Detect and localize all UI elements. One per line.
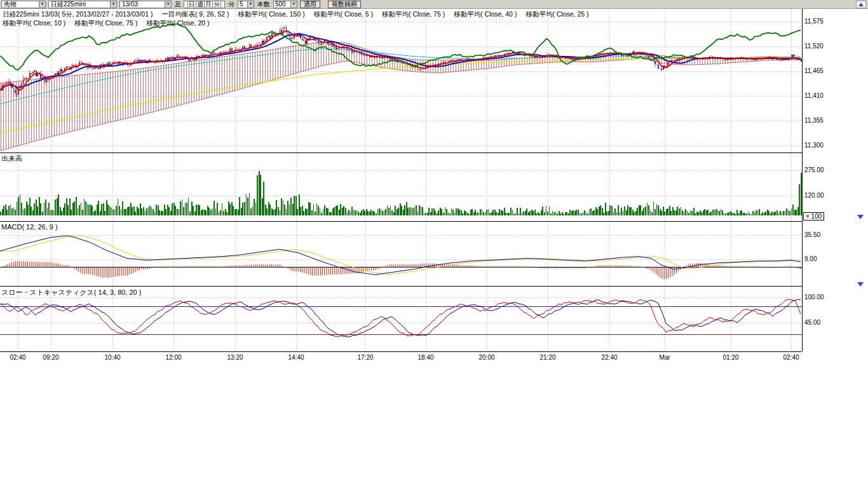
minute-input[interactable]: 5 ▼ bbox=[238, 1, 254, 8]
time-axis-label: 21:20 bbox=[534, 354, 562, 361]
macd-panel-label: MACD( 12, 26, 9 ) bbox=[1, 223, 58, 231]
apply-button[interactable]: 適用 bbox=[300, 1, 320, 8]
time-axis-label: 17:20 bbox=[351, 354, 379, 361]
legend-item: 移動平均( Close, 150 ) bbox=[238, 10, 305, 19]
time-axis-label: 12:00 bbox=[159, 354, 187, 361]
legend-item: 移動平均( Close, 25 ) bbox=[526, 10, 588, 19]
time-axis-label: 02:40 bbox=[4, 354, 32, 361]
price-axis-label: 11,520 bbox=[804, 43, 824, 50]
chevron-down-icon[interactable]: ▼ bbox=[110, 1, 116, 8]
time-axis-label: 09:20 bbox=[37, 354, 65, 361]
minute-value: 5 bbox=[240, 1, 243, 8]
period-button-group: 日週月分 bbox=[184, 1, 225, 8]
instrument-type-value: 先物 bbox=[4, 1, 17, 8]
volume-panel-label: 出来高 bbox=[1, 154, 22, 163]
legend-row-1: 日経225mini 13/03( 5分, 2013/02/27 - 2013/0… bbox=[3, 10, 589, 19]
legend-item: 移動平均( Close, 40 ) bbox=[454, 10, 517, 19]
time-axis-label: Mar bbox=[651, 354, 679, 361]
time-axis-label: 10:40 bbox=[98, 354, 126, 361]
time-axis-label: 01:20 bbox=[717, 354, 745, 361]
chevron-down-icon[interactable]: ▼ bbox=[165, 1, 171, 8]
last-price-marker-icon bbox=[790, 55, 796, 58]
legend-item: 日経225mini 13/03( 5分, 2013/02/27 - 2013/0… bbox=[3, 10, 153, 19]
stoch-axis-label: 100.00 bbox=[804, 294, 824, 301]
instrument-select[interactable]: 日経225mini ▼ bbox=[48, 1, 117, 8]
price-axis-label: 11,300 bbox=[804, 142, 824, 149]
contract-month-value: 13/03 bbox=[122, 1, 138, 8]
period-button-narrow-right[interactable] bbox=[220, 1, 225, 8]
toolbar: 先物 ▼ 日経225mini ▼ 13/03 ▼ 足 日週月分 分 5 ▼ 本数… bbox=[0, 0, 868, 9]
volume-axis-label: 275.00 bbox=[804, 166, 824, 173]
scroll-up-button[interactable] bbox=[856, 1, 866, 8]
volume-axis-label: 120.00 bbox=[804, 192, 824, 199]
period-button-2[interactable]: 月 bbox=[204, 1, 213, 8]
stoch-panel-label: スロー・ストキャスティクス( 14, 3, 80, 20 ) bbox=[1, 288, 141, 297]
bars-label: 本数 bbox=[257, 1, 271, 8]
triangle-up-icon bbox=[858, 3, 864, 6]
legend-item: 移動平均( Close, 10 ) bbox=[3, 19, 65, 28]
chevron-down-icon[interactable]: ▼ bbox=[290, 1, 297, 8]
time-axis-label: 18:40 bbox=[412, 354, 440, 361]
contract-month-select[interactable]: 13/03 ▼ bbox=[119, 1, 172, 8]
time-axis-label: 22:40 bbox=[595, 354, 623, 361]
price-axis-label: 11,465 bbox=[804, 67, 824, 74]
macd-axis-label: 9.00 bbox=[804, 255, 817, 262]
bars-input[interactable]: 500 ▼ bbox=[273, 1, 297, 8]
period-label: 足 bbox=[174, 1, 182, 8]
legend-item: 移動平均( Close, 20 ) bbox=[146, 19, 209, 28]
legend-item: 移動平均( Close, 5 ) bbox=[314, 10, 373, 19]
macd-panel-collapse-icon[interactable] bbox=[857, 282, 864, 287]
time-axis-label: 14:40 bbox=[282, 354, 310, 361]
instrument-value: 日経225mini bbox=[51, 1, 86, 8]
chevron-down-icon[interactable]: ▼ bbox=[39, 1, 45, 8]
chart-canvas[interactable] bbox=[0, 0, 868, 365]
period-button-1[interactable]: 週 bbox=[196, 1, 205, 8]
legend-item: 移動平均( Close, 75 ) bbox=[74, 19, 137, 28]
bars-value: 500 bbox=[275, 1, 286, 8]
period-button-3[interactable]: 分 bbox=[212, 1, 221, 8]
macd-axis-label: 35.50 bbox=[804, 231, 820, 238]
time-axis-label: 13:20 bbox=[221, 354, 249, 361]
trading-chart-window: 先物 ▼ 日経225mini ▼ 13/03 ▼ 足 日週月分 分 5 ▼ 本数… bbox=[0, 0, 868, 488]
chevron-down-icon[interactable]: ▼ bbox=[247, 1, 254, 8]
price-axis-label: 11,355 bbox=[804, 117, 824, 124]
volume-panel-collapse-icon[interactable] bbox=[857, 215, 864, 219]
instrument-type-select[interactable]: 先物 ▼ bbox=[1, 1, 46, 8]
price-axis-label: 11,575 bbox=[804, 18, 824, 25]
price-axis-label: 11,410 bbox=[804, 92, 824, 99]
period-button-0[interactable]: 日 bbox=[187, 1, 196, 8]
stoch-axis-label: 45.00 bbox=[804, 319, 820, 326]
legend-row-2: 移動平均( Close, 10 )移動平均( Close, 75 )移動平均( … bbox=[3, 19, 210, 28]
volume-multiplier-badge: × 100 bbox=[803, 212, 824, 220]
legend-item: 移動平均( Close, 75 ) bbox=[382, 10, 445, 19]
minute-label: 分 bbox=[227, 1, 235, 8]
time-axis-label: 02:40 bbox=[777, 354, 805, 361]
legend-item: 一目均衡表( 9, 26, 52 ) bbox=[161, 10, 229, 19]
multi-symbol-button[interactable]: 複数銘柄 bbox=[328, 1, 361, 8]
time-axis-label: 20:00 bbox=[473, 354, 501, 361]
